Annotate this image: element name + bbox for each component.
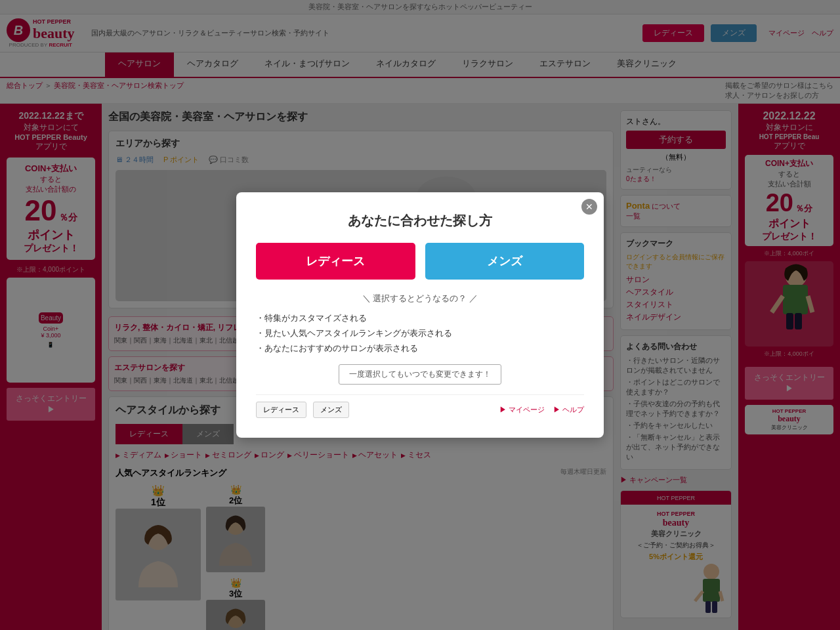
modal-mens-button[interactable]: メンズ: [425, 243, 585, 280]
modal-title: あなたに合わせた探し方: [256, 212, 584, 230]
modal-footer: レディース メンズ ▶ マイページ ▶ ヘルプ: [256, 394, 584, 418]
modal-footer-help[interactable]: ▶ ヘルプ: [553, 406, 584, 413]
modal-note: 一度選択してもいつでも変更できます！: [339, 364, 501, 385]
modal-benefits: 特集がカスタマイズされる 見たい人気ヘアスタイルランキングが表示される あなたに…: [256, 312, 584, 354]
modal-footer-right: ▶ マイページ ▶ ヘルプ: [493, 405, 584, 415]
modal-close-button[interactable]: ✕: [581, 199, 597, 215]
modal-dialog: ✕ あなたに合わせた探し方 レディース メンズ ＼ 選択するとどうなるの？ ／ …: [236, 192, 604, 438]
modal-note-wrapper: 一度選択してもいつでも変更できます！: [256, 364, 584, 394]
modal-overlay[interactable]: ✕ あなたに合わせた探し方 レディース メンズ ＼ 選択するとどうなるの？ ／ …: [0, 0, 840, 630]
modal-buttons: レディース メンズ: [256, 243, 584, 280]
modal-footer-mypage[interactable]: ▶ マイページ: [499, 406, 545, 413]
modal-footer-mens-btn[interactable]: メンズ: [313, 402, 349, 418]
modal-footer-links: レディース メンズ: [256, 402, 349, 418]
modal-benefit-0: 特集がカスタマイズされる: [256, 312, 584, 324]
modal-footer-ladies-btn[interactable]: レディース: [256, 402, 306, 418]
modal-benefit-1: 見たい人気ヘアスタイルランキングが表示される: [256, 327, 584, 339]
modal-ladies-button[interactable]: レディース: [256, 243, 415, 280]
modal-benefit-2: あなたにおすすめのサロンが表示される: [256, 343, 584, 354]
modal-select-text: ＼ 選択するとどうなるの？ ／: [256, 293, 584, 304]
